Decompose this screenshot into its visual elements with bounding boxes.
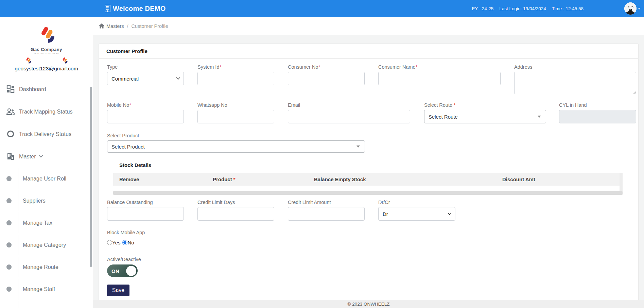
- cyl-in-hand-label: CYL in Hand: [559, 102, 636, 110]
- type-select-value: Commercial: [107, 76, 139, 82]
- sidebar-item-manage-tax[interactable]: Manage Tax: [0, 212, 93, 234]
- stock-details-title: Stock Details: [119, 162, 623, 168]
- sidebar-item-label: Manage Tax: [23, 220, 52, 226]
- block-mobile-app-no-radio[interactable]: [122, 240, 127, 245]
- sidebar-item-label: Dashboard: [19, 86, 46, 92]
- dr-cr-select[interactable]: Dr: [378, 207, 455, 221]
- email-label: Email: [288, 102, 410, 110]
- dropdown-caret-icon: [538, 116, 541, 118]
- mini-logo-icon: [24, 57, 32, 64]
- radio-no-label: No: [127, 240, 134, 245]
- sidebar-item-track-mapping-status[interactable]: Track Mapping Status: [0, 100, 93, 123]
- email-input[interactable]: [288, 110, 410, 123]
- column-header-remove: Remove: [113, 176, 207, 182]
- bullet-icon: [6, 242, 12, 247]
- card-header: Customer Profile: [99, 44, 638, 59]
- dashboard-grid-icon: [6, 85, 15, 93]
- credit-limit-amount-input[interactable]: [288, 207, 365, 221]
- balance-outstanding-input[interactable]: [107, 207, 184, 221]
- system-id-input[interactable]: [197, 72, 274, 85]
- toggle-state-text: ON: [111, 268, 119, 274]
- users-icon: [6, 108, 15, 115]
- column-header-product: Product *: [207, 176, 308, 182]
- person-icon: [624, 2, 637, 15]
- mobile-no-label: Mobile No*: [107, 102, 184, 110]
- gas-company-logo-icon: [37, 26, 56, 45]
- brand-name: Gas Company: [0, 47, 93, 52]
- app-title-text: Welcome DEMO: [113, 5, 166, 13]
- mobile-no-input[interactable]: [107, 110, 184, 123]
- credit-limit-amount-label: Credit Limit Amount: [288, 200, 365, 207]
- user-menu[interactable]: [624, 2, 641, 15]
- sidebar-item-manage-route[interactable]: Manage Route: [0, 256, 93, 278]
- select-product-dropdown[interactable]: Select Product: [107, 140, 365, 153]
- bullet-icon: [6, 220, 12, 225]
- block-mobile-app-yes-radio[interactable]: [107, 240, 112, 245]
- table-horizontal-scrollbar[interactable]: [113, 191, 623, 195]
- page-title: Customer Profile: [106, 48, 147, 54]
- system-id-label: System Id*: [197, 64, 274, 72]
- required-asterisk: *: [219, 64, 221, 70]
- column-header-balance-empty-stock: Balance Empty Stock: [308, 176, 496, 182]
- select-product-value: Select Product: [107, 144, 145, 150]
- type-select[interactable]: Commercial: [107, 72, 184, 85]
- bullet-icon: [6, 198, 12, 203]
- circle-icon: [6, 130, 15, 138]
- sidebar-item-suppliers[interactable]: Suppliers: [0, 190, 93, 212]
- select-route-dropdown[interactable]: Select Route: [424, 110, 546, 123]
- select-route-label: Select Route *: [424, 102, 546, 110]
- consumer-no-label: Consumer No*: [288, 64, 365, 72]
- sidebar-item-label: Track Mapping Status: [19, 108, 73, 115]
- table-vertical-scrollbar[interactable]: [620, 173, 623, 191]
- sidebar-item-manage-user-roll[interactable]: Manage User Roll: [0, 168, 93, 190]
- sidebar-item-master[interactable]: Master: [0, 145, 93, 168]
- active-deactive-label: Active/Deactive: [107, 257, 141, 262]
- consumer-name-input[interactable]: [378, 72, 501, 85]
- dr-cr-label: Dr/Cr: [378, 200, 455, 207]
- required-asterisk: *: [416, 64, 418, 70]
- avatar[interactable]: [624, 2, 637, 15]
- credit-limit-days-label: Credit Limit Days: [197, 200, 274, 207]
- top-header: Welcome DEMO FY - 24-25 Last Login: 19/0…: [0, 0, 644, 17]
- time-label: Time : 12:45:58: [552, 6, 584, 11]
- consumer-name-label: Consumer Name*: [378, 64, 501, 72]
- cyl-in-hand-input: [559, 110, 636, 123]
- sidebar-scrollbar[interactable]: [90, 87, 92, 267]
- sidebar-item-track-delivery-status[interactable]: Track Delivery Status: [0, 123, 93, 145]
- radio-yes-label: Yes: [112, 240, 120, 245]
- building-icon: [105, 5, 110, 12]
- active-toggle[interactable]: ON: [107, 264, 138, 277]
- sidebar-item-manage-product[interactable]: Manage Product: [0, 300, 93, 308]
- copyright-text: © 2023 ONWHEELZ: [348, 302, 390, 307]
- sidebar: Gas Company TAGLINE GOES HERE geosystest…: [0, 17, 93, 308]
- sidebar-item-dashboard[interactable]: Dashboard: [0, 78, 93, 100]
- footer: © 2023 ONWHEELZ: [93, 300, 644, 308]
- address-textarea[interactable]: [514, 72, 636, 94]
- whatsapp-no-input[interactable]: [197, 110, 274, 123]
- sidebar-item-label: Manage Route: [23, 264, 58, 270]
- sidebar-item-manage-staff[interactable]: Manage Staff: [0, 278, 93, 300]
- table-empty-body: [113, 186, 620, 191]
- user-email: geosystest123@gmail.com: [0, 66, 93, 72]
- sidebar-item-label: Manage Category: [23, 242, 66, 248]
- required-asterisk: *: [454, 102, 456, 108]
- brand-logo: Gas Company TAGLINE GOES HERE: [0, 17, 93, 54]
- dropdown-caret-icon: [356, 146, 360, 148]
- toggle-knob: [126, 266, 136, 276]
- sidebar-item-manage-category[interactable]: Manage Category: [0, 234, 93, 256]
- type-label: Type: [107, 64, 184, 72]
- chevron-down-icon: [448, 212, 452, 215]
- required-asterisk: *: [129, 102, 131, 108]
- app-title: Welcome DEMO: [105, 0, 166, 17]
- save-button[interactable]: Save: [107, 285, 129, 296]
- required-asterisk: *: [318, 64, 320, 70]
- column-header-discount-amt: Discount Amt: [496, 176, 623, 182]
- select-product-label: Select Product: [107, 133, 365, 140]
- consumer-no-input[interactable]: [288, 72, 365, 85]
- bullet-icon: [6, 287, 12, 292]
- breadcrumb-section[interactable]: Masters: [106, 23, 124, 29]
- mini-logo-icon: [61, 57, 68, 64]
- chevron-down-icon: [176, 77, 180, 80]
- breadcrumb-separator: /: [127, 23, 128, 29]
- credit-limit-days-input[interactable]: [197, 207, 274, 221]
